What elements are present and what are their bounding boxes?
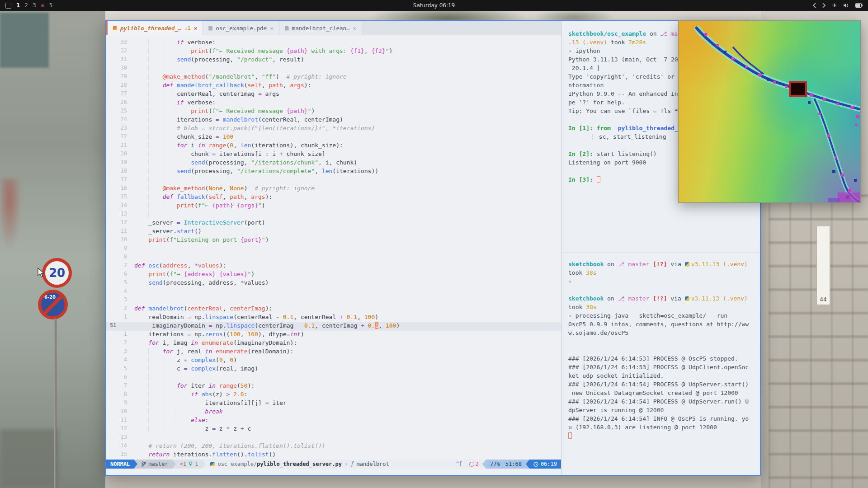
workspace-3[interactable]: 3 xyxy=(33,2,36,9)
code-line[interactable]: 4 xyxy=(106,288,561,296)
code-line[interactable]: 13 xyxy=(106,211,561,219)
code-line-cursor[interactable]: 51 imaginaryDomain = np.linspace(centerI… xyxy=(106,322,561,331)
code-text: print(f"← Received message {path}") xyxy=(134,108,561,116)
workspace-indicator-dot[interactable] xyxy=(41,4,44,7)
code-line[interactable]: 11 else: xyxy=(106,417,561,425)
code-line[interactable]: 16 @make_method(None, None) # pyright: i… xyxy=(106,185,561,193)
code-line[interactable]: 31 send(processing, "/product", result) xyxy=(106,56,561,65)
code-line[interactable]: 8 if abs(z) > 2.0: xyxy=(106,391,561,399)
tab-osc-example-pde[interactable]: osc_example.pde× xyxy=(203,21,279,35)
mandelbrot-core xyxy=(790,82,806,96)
code-line[interactable]: 1 realDomain = np.linspace(centerReal - … xyxy=(106,314,561,322)
code-line[interactable]: 24 iterations = mandelbrot(centerReal, c… xyxy=(106,116,561,125)
lsp-count-value: 2 xyxy=(476,461,479,467)
chevron-right-icon[interactable] xyxy=(822,3,826,8)
code-line[interactable]: 7def osc(address, *values): xyxy=(106,262,561,271)
context-function-name: mandelbrot xyxy=(356,461,389,467)
close-tab-icon[interactable]: × xyxy=(270,25,274,32)
code-line[interactable]: 7 for iter in range(50): xyxy=(106,382,561,391)
workspace-1[interactable]: 1 xyxy=(16,2,20,9)
code-line[interactable]: 20 chunk = iterations[i : i + chunk_size… xyxy=(106,150,561,159)
line-number: 10 xyxy=(106,236,134,245)
code-line[interactable]: 5 c = complex(real, imag) xyxy=(106,365,561,374)
code-line[interactable]: 14 # return (200, 200, iterations.flatte… xyxy=(106,442,561,451)
status-bar: NORMAL master <1 1 osc_example/pyliblo_t… xyxy=(106,460,561,469)
code-line[interactable]: 3 xyxy=(106,296,561,305)
code-line[interactable]: 10 break xyxy=(106,408,561,417)
workspace-2[interactable]: 2 xyxy=(24,2,28,9)
line-number: 24 xyxy=(106,116,134,125)
code-line[interactable]: 13 xyxy=(106,434,561,442)
battery-icon[interactable] xyxy=(855,3,863,8)
code-line[interactable]: 18 send(processing, "/iterations/complet… xyxy=(106,168,561,176)
code-line[interactable]: 8 xyxy=(106,253,561,262)
terminal-split-divider[interactable] xyxy=(562,253,760,253)
desktop: 44 20 6-20 123 5 Saturday 06:19 ✈ xyxy=(0,0,868,488)
workspace-list: 123 xyxy=(16,2,36,9)
powerline-separator xyxy=(134,460,137,469)
terminal-bottom-output[interactable]: sketchbook on ⎇ master [!?] via v3.11.13… xyxy=(562,261,760,475)
code-line[interactable]: 2 for i, imag in enumerate(imaginaryDoma… xyxy=(106,339,561,348)
code-text: if abs(z) > 2.0: xyxy=(134,391,561,399)
mandelbrot-preview-window[interactable] xyxy=(678,20,861,203)
code-line[interactable]: 6 xyxy=(106,374,561,382)
code-line[interactable]: 9 iterations[i][j] = iter xyxy=(106,399,561,408)
launcher-icon[interactable] xyxy=(5,3,11,9)
code-line[interactable]: 2def mandelbrot(centerReal, centerImag): xyxy=(106,305,561,314)
line-number: 9 xyxy=(106,399,134,408)
code-line[interactable]: 1 iterations = np.zeros((100, 100), dtyp… xyxy=(106,331,561,339)
code-line[interactable]: 15 return iterations.flatten().tolist() xyxy=(106,451,561,460)
tab-mandelbrot-clean-[interactable]: mandelbrot_clean…× xyxy=(279,21,362,35)
terminal-line: took 38s xyxy=(568,269,760,278)
code-line[interactable]: 15 def fallback(self, path, args): xyxy=(106,193,561,202)
code-line[interactable]: 30 xyxy=(106,65,561,73)
cursor-position: 51:68 xyxy=(505,461,522,467)
tab-pyliblo-threaded-[interactable]: pyliblo_threaded_…⚠1× xyxy=(106,21,203,35)
code-line[interactable]: 10 print(f"Listening on port {port}") xyxy=(106,236,561,245)
lsp-icon xyxy=(469,462,474,467)
code-line[interactable]: 5 send(processing, address, *values) xyxy=(106,279,561,288)
code-line[interactable]: 14 print(f"← {path} {args}") xyxy=(106,202,561,211)
code-text: if verbose: xyxy=(134,39,561,47)
line-number: 1 xyxy=(106,314,134,322)
code-line[interactable]: 17 xyxy=(106,176,561,185)
code-line[interactable]: 4 z = complex(0, 0) xyxy=(106,357,561,365)
code-line[interactable]: 26 if verbose: xyxy=(106,99,561,108)
terminal-line: ### [2026/1/24 6:14:53] PROCESS @ OscP5 … xyxy=(568,355,760,364)
code-line[interactable]: 28 def mandelbrot_callback(self, path, a… xyxy=(106,82,561,90)
command-line[interactable] xyxy=(106,469,561,475)
code-line[interactable]: 32 print(f"← Received message {path} wit… xyxy=(106,47,561,56)
code-text: imaginaryDomain = np.linspace(centerImag… xyxy=(138,322,561,331)
code-area[interactable]: 33 if verbose:32 print(f"← Received mess… xyxy=(106,35,561,460)
code-line[interactable]: 22 chunk_size = 100 xyxy=(106,133,561,142)
code-line[interactable]: 25 print(f"← Received message {path}") xyxy=(106,108,561,116)
code-line[interactable]: 23 # blob = struct.pack(f"{len(iteration… xyxy=(106,125,561,133)
editor-pane[interactable]: pyliblo_threaded_…⚠1×osc_example.pde×man… xyxy=(106,21,561,475)
code-line[interactable]: 3 for j, real in enumerate(realDomain): xyxy=(106,348,561,357)
code-text: send(processing, "/product", result) xyxy=(134,56,561,65)
workspace-5[interactable]: 5 xyxy=(49,2,53,9)
code-text: def fallback(self, path, args): xyxy=(134,193,561,202)
volume-icon[interactable] xyxy=(843,3,849,8)
code-line[interactable]: 21 for i in range(0, len(iterations), ch… xyxy=(106,142,561,150)
code-line[interactable]: 6 print(f"→ {address} {values}") xyxy=(106,271,561,279)
code-line[interactable]: 29 @make_method("/mandelbrot", "ff") # p… xyxy=(106,73,561,82)
code-line[interactable]: 27 centerReal, centerImag = args xyxy=(106,90,561,99)
code-line[interactable]: 9 xyxy=(106,245,561,253)
python-icon xyxy=(210,462,215,466)
airplane-icon[interactable]: ✈ xyxy=(832,2,837,9)
code-text xyxy=(134,245,561,253)
git-branch-segment: master xyxy=(137,460,172,469)
code-line[interactable]: 12 _server = InteractiveServer(port) xyxy=(106,219,561,228)
position-segment: 77% 51:68 xyxy=(486,460,526,469)
close-tab-icon[interactable]: × xyxy=(353,25,357,32)
code-line[interactable]: 33 if verbose: xyxy=(106,39,561,47)
chevron-left-icon[interactable] xyxy=(812,3,816,8)
code-line[interactable]: 11 _server.start() xyxy=(106,228,561,236)
close-tab-icon[interactable]: × xyxy=(194,25,198,32)
code-line[interactable]: 19 send(processing, "/iterations/chunk",… xyxy=(106,159,561,168)
git-branch-icon xyxy=(142,461,146,467)
code-text: for i, imag in enumerate(imaginaryDomain… xyxy=(134,339,561,348)
line-number: 2 xyxy=(106,305,134,314)
code-line[interactable]: 12 z = z * z + c xyxy=(106,425,561,434)
